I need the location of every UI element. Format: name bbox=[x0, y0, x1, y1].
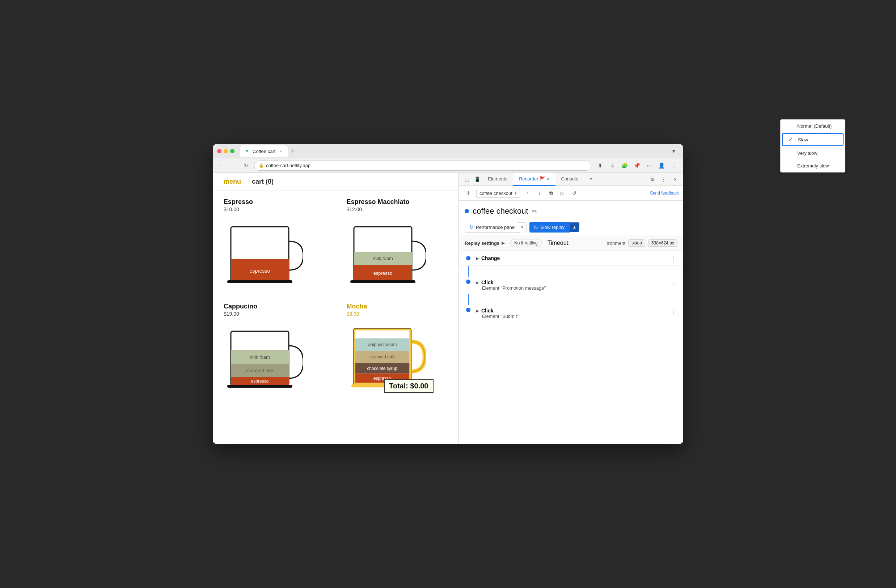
site-nav: menu cart (0) bbox=[213, 173, 459, 191]
svg-text:milk foam: milk foam bbox=[250, 354, 270, 360]
edit-icon[interactable]: ✏ bbox=[532, 208, 537, 215]
upload-button[interactable]: ↑ bbox=[523, 188, 533, 198]
chevron-down-icon: ▾ bbox=[515, 191, 517, 196]
url-bar[interactable]: 🔒 coffee-cart.netlify.app bbox=[254, 161, 591, 171]
svg-text:steamed milk: steamed milk bbox=[369, 354, 395, 359]
list-item[interactable]: Espresso Macchiato $12.00 milk foam espr… bbox=[336, 191, 459, 295]
step-content: ▶ Click Element "Submit" bbox=[476, 308, 664, 319]
performance-panel-label: Performance panel bbox=[476, 225, 516, 230]
play-button[interactable]: ▷ bbox=[558, 188, 568, 198]
svg-rect-17 bbox=[227, 385, 293, 387]
cart-link[interactable]: cart (0) bbox=[252, 178, 274, 185]
tab-bar: ▼ Coffee cart × + ▾ bbox=[240, 145, 679, 157]
extension-icon[interactable]: 🧩 bbox=[620, 161, 630, 171]
pin-icon[interactable]: 📌 bbox=[632, 161, 642, 171]
svg-text:chocolate syrup: chocolate syrup bbox=[367, 366, 397, 371]
recording-steps: ▶ Change ⋮ bbox=[459, 251, 683, 444]
profile-icon[interactable]: 👤 bbox=[657, 161, 667, 171]
timeout-label: Timeout: bbox=[547, 240, 570, 246]
devtools-close-icon[interactable]: × bbox=[670, 174, 680, 184]
step-row: ▶ Click Element "Promotion message" ⋮ bbox=[459, 277, 683, 294]
coffee-grid: Espresso $10.00 espresso bbox=[213, 191, 459, 400]
step-menu-button[interactable]: ⋮ bbox=[669, 254, 677, 263]
step-timeline bbox=[465, 256, 472, 260]
send-feedback-link[interactable]: Send feedback bbox=[650, 191, 679, 196]
menu-link[interactable]: menu bbox=[224, 178, 241, 185]
list-item[interactable]: Mocha $8.00 whipped cream steamed bbox=[336, 295, 459, 400]
list-item[interactable]: Cappucino $19.00 milk foam steamed milk bbox=[213, 295, 336, 400]
window-menu-button[interactable]: ▾ bbox=[669, 146, 679, 156]
slow-replay-button[interactable]: ▷ Slow replay bbox=[529, 222, 570, 232]
svg-rect-9 bbox=[350, 280, 415, 283]
step-expand-button[interactable]: ▶ Click bbox=[476, 280, 664, 285]
tab-close-button[interactable]: × bbox=[277, 148, 283, 154]
tab-elements[interactable]: Elements bbox=[482, 173, 513, 186]
maximize-traffic-light[interactable] bbox=[230, 149, 235, 153]
device-icon[interactable]: 📱 bbox=[472, 174, 482, 184]
cast-icon[interactable]: ▭ bbox=[644, 161, 654, 171]
cup-macchiato: milk foam espresso bbox=[347, 216, 426, 288]
tab-more[interactable]: » bbox=[584, 173, 598, 186]
download-button[interactable]: ↓ bbox=[535, 188, 545, 198]
replay-settings-expand-icon: ▶ bbox=[501, 241, 504, 246]
step-timeline bbox=[465, 308, 472, 312]
environment-text: ironment bbox=[607, 240, 626, 246]
svg-text:steamed milk: steamed milk bbox=[246, 368, 274, 373]
cup-cappucino: milk foam steamed milk espresso bbox=[224, 321, 303, 393]
slow-replay-play-icon: ▷ bbox=[535, 225, 538, 230]
inspector-icon[interactable]: ⬚ bbox=[462, 174, 472, 184]
slow-replay-label: Slow replay bbox=[540, 225, 565, 230]
tab-recorder[interactable]: Recorder 🚩 × bbox=[513, 173, 555, 186]
settings-icon[interactable]: ⚙ bbox=[647, 174, 657, 184]
delete-button[interactable]: 🗑 bbox=[546, 188, 556, 198]
recording-selector-label: coffee checkout bbox=[480, 191, 512, 196]
close-traffic-light[interactable] bbox=[217, 149, 221, 153]
step-dot bbox=[466, 256, 471, 260]
tab-favicon: ▼ bbox=[245, 148, 250, 154]
forward-button[interactable]: → bbox=[229, 161, 238, 170]
slow-replay-group: ▷ Slow replay ▲ bbox=[529, 222, 579, 232]
new-tab-button[interactable]: + bbox=[288, 146, 298, 156]
minimize-traffic-light[interactable] bbox=[224, 149, 228, 153]
step-expand-button[interactable]: ▶ Click bbox=[476, 308, 664, 313]
rewind-button[interactable]: ↺ bbox=[569, 188, 579, 198]
step-detail: Element "Submit" bbox=[482, 313, 664, 319]
svg-text:espresso: espresso bbox=[373, 270, 392, 276]
recording-selector[interactable]: coffee checkout ▾ bbox=[476, 189, 520, 198]
timeline-connector bbox=[459, 266, 683, 277]
throttling-pill[interactable]: No throttling bbox=[510, 239, 542, 247]
tab-console[interactable]: Console bbox=[555, 173, 584, 186]
step-dot bbox=[466, 280, 471, 284]
bookmark-icon[interactable]: ☆ bbox=[607, 161, 617, 171]
back-button[interactable]: ← bbox=[217, 161, 226, 170]
step-type-label: Change bbox=[481, 255, 500, 261]
recorder-action-buttons: ↑ ↓ 🗑 ▷ ↺ bbox=[523, 188, 579, 198]
more-options-icon[interactable]: ⋮ bbox=[669, 161, 679, 171]
title-bar: ▼ Coffee cart × + ▾ bbox=[213, 144, 683, 158]
traffic-lights bbox=[217, 149, 235, 153]
devtools-tabs: ⬚ 📱 Elements Recorder 🚩 × Console » ⚙ ⋮ … bbox=[459, 173, 683, 186]
share-icon[interactable]: ⬆ bbox=[595, 161, 605, 171]
step-expand-button[interactable]: ▶ Change bbox=[476, 255, 664, 261]
step-menu-button[interactable]: ⋮ bbox=[669, 280, 677, 288]
step-type-label: Click bbox=[481, 280, 493, 285]
replay-settings-label[interactable]: Replay settings ▶ bbox=[465, 240, 504, 246]
espresso-cup-svg: espresso bbox=[224, 216, 303, 288]
timeline-connector bbox=[459, 294, 683, 305]
step-menu-button[interactable]: ⋮ bbox=[669, 308, 677, 316]
svg-rect-3 bbox=[227, 280, 293, 283]
slow-replay-dropdown-button[interactable]: ▲ bbox=[570, 222, 579, 232]
devtools-more-icon[interactable]: ⋮ bbox=[658, 174, 669, 184]
performance-panel-dropdown-arrow[interactable]: ▾ bbox=[518, 222, 527, 232]
recording-title: coffee checkout bbox=[472, 207, 528, 216]
replay-settings-row: Replay settings ▶ No throttling Timeout:… bbox=[459, 236, 683, 251]
reload-button[interactable]: ↻ bbox=[242, 161, 250, 170]
url-text: coffee-cart.netlify.app bbox=[266, 163, 587, 168]
add-recording-button[interactable]: + bbox=[463, 188, 473, 198]
chevron-right-icon: ▶ bbox=[476, 281, 479, 285]
performance-panel-button[interactable]: ↻ Performance panel bbox=[465, 222, 520, 232]
active-tab[interactable]: ▼ Coffee cart × bbox=[240, 145, 288, 157]
step-content: ▶ Change bbox=[476, 255, 664, 261]
svg-text:espresso: espresso bbox=[250, 268, 270, 274]
list-item[interactable]: Espresso $10.00 espresso bbox=[213, 191, 336, 295]
